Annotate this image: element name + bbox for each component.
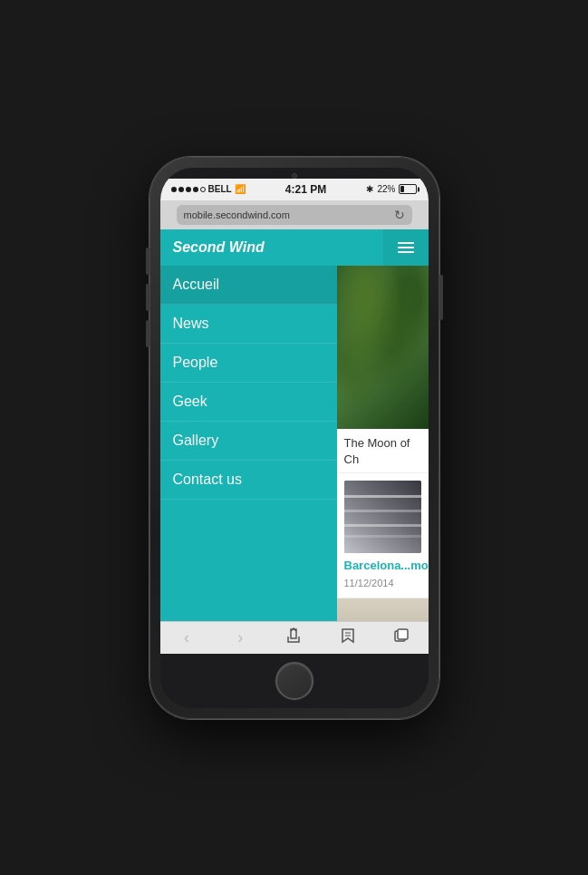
carrier-name: BELL <box>208 184 232 194</box>
status-time: 4:21 PM <box>285 183 326 196</box>
article-card-2: Barcelona...mo 11/12/2014 <box>337 473 429 598</box>
share-button[interactable] <box>277 621 310 654</box>
share-icon <box>285 627 302 648</box>
svg-rect-4 <box>398 629 408 639</box>
nav-header: Second Wind <box>160 229 429 266</box>
sidebar-menu: Accueil News People Geek Gallery <box>160 266 337 621</box>
hero-leaves-overlay <box>337 266 429 429</box>
article-link-2[interactable]: Barcelona...mo <box>344 559 421 572</box>
forward-icon: › <box>237 628 243 647</box>
hamburger-line-3 <box>398 251 414 253</box>
home-button-area <box>160 654 429 708</box>
wifi-icon: 📶 <box>235 184 246 194</box>
tabs-button[interactable] <box>385 621 418 654</box>
url-bar[interactable]: mobile.secondwind.com ↻ <box>177 205 412 225</box>
signal-bars <box>171 187 206 192</box>
battery-box <box>399 184 417 194</box>
menu-label-gallery: Gallery <box>173 433 219 448</box>
bookmarks-button[interactable] <box>332 621 364 654</box>
home-button[interactable] <box>275 662 313 700</box>
battery-indicator <box>399 184 417 194</box>
hamburger-button[interactable] <box>383 229 429 266</box>
menu-item-contact[interactable]: Contact us <box>160 461 337 500</box>
right-content-panel: The Moon of Ch <box>337 266 429 621</box>
menu-item-gallery[interactable]: Gallery <box>160 422 337 461</box>
menu-item-geek[interactable]: Geek <box>160 383 337 422</box>
content-area: Accueil News People Geek Gallery <box>160 266 429 621</box>
article-thumbnail-2 <box>344 481 421 553</box>
brand-name: Second Wind <box>173 239 265 256</box>
url-text: mobile.secondwind.com <box>184 209 290 220</box>
status-bar: BELL 📶 4:21 PM ✱ 22% <box>160 179 429 200</box>
signal-dot-5 <box>200 187 206 192</box>
city-thumbnail <box>337 598 429 621</box>
signal-dot-2 <box>178 187 184 192</box>
status-left: BELL 📶 <box>171 184 246 194</box>
back-button[interactable]: ‹ <box>170 621 203 654</box>
screen-content: Second Wind Accueil <box>160 229 429 621</box>
browser-address-bar: mobile.secondwind.com ↻ <box>160 200 429 229</box>
hero-image <box>337 266 429 429</box>
browser-toolbar: ‹ › <box>160 621 429 654</box>
signal-dot-1 <box>171 187 177 192</box>
article-card-3 <box>337 598 429 621</box>
battery-fill <box>400 186 404 192</box>
menu-label-geek: Geek <box>173 394 207 409</box>
hamburger-icon <box>398 242 414 253</box>
phone-inner: BELL 📶 4:21 PM ✱ 22% mobile.secondwind.c… <box>160 168 429 708</box>
nav-brand: Second Wind <box>160 229 383 266</box>
menu-label-news: News <box>173 316 209 331</box>
refresh-icon[interactable]: ↻ <box>394 208 405 222</box>
hamburger-line-2 <box>398 247 414 248</box>
menu-label-people: People <box>173 355 218 370</box>
forward-button[interactable]: › <box>224 621 256 654</box>
article-card-1: The Moon of Ch <box>337 429 429 473</box>
menu-label-accueil: Accueil <box>173 277 220 292</box>
back-icon: ‹ <box>184 628 189 647</box>
phone-frame: BELL 📶 4:21 PM ✱ 22% mobile.secondwind.c… <box>149 157 439 719</box>
signal-dot-4 <box>193 187 198 192</box>
article-date-2: 11/12/2014 <box>344 578 394 588</box>
bluetooth-icon: ✱ <box>366 184 373 194</box>
tabs-icon <box>393 627 410 648</box>
battery-percent: 22% <box>377 184 395 194</box>
status-right: ✱ 22% <box>366 184 417 194</box>
signal-dot-3 <box>186 187 191 192</box>
menu-item-news[interactable]: News <box>160 305 337 344</box>
thumbnail-lines <box>344 481 421 553</box>
city-sky <box>337 598 429 621</box>
article-title-1: The Moon of Ch <box>344 436 410 466</box>
menu-item-accueil[interactable]: Accueil <box>160 266 337 305</box>
menu-label-contact: Contact us <box>173 472 242 487</box>
hamburger-line-1 <box>398 242 414 244</box>
bookmarks-icon <box>340 627 356 648</box>
menu-item-people[interactable]: People <box>160 344 337 383</box>
